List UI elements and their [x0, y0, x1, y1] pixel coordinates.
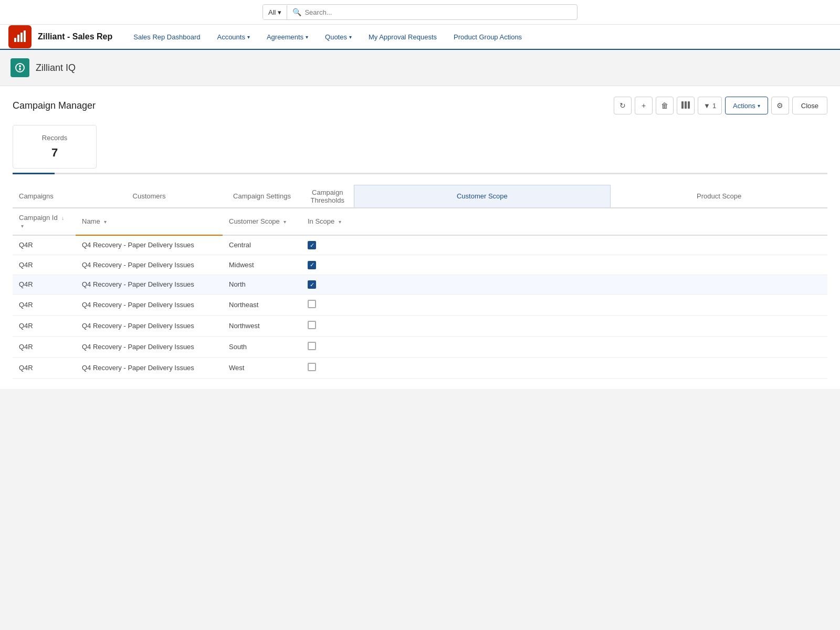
- cell-empty: [354, 255, 611, 275]
- cell-customer-scope: South: [223, 337, 301, 358]
- group-customer-scope[interactable]: Customer Scope: [354, 185, 611, 208]
- cell-in-scope[interactable]: ✓: [301, 255, 354, 275]
- chevron-down-icon: ▾: [306, 34, 308, 40]
- filter-button[interactable]: ▼ 1: [698, 97, 722, 114]
- checkbox-unchecked[interactable]: [308, 342, 316, 350]
- group-campaign-thresholds: Campaign Thresholds: [301, 185, 354, 208]
- delete-icon: 🗑: [661, 101, 668, 110]
- col-header-name[interactable]: Name ▾: [76, 208, 223, 235]
- cell-customer-scope: Northwest: [223, 316, 301, 337]
- chevron-down-icon: ▾: [758, 103, 760, 109]
- filter-dropdown-icon: ▾: [339, 219, 341, 225]
- toolbar-actions: ↻ + 🗑 ▼ 1: [614, 97, 827, 114]
- group-product-scope[interactable]: Product Scope: [611, 185, 827, 208]
- chevron-down-icon: ▾: [247, 34, 250, 40]
- svg-rect-6: [19, 68, 21, 70]
- nav-label-accounts: Accounts: [217, 33, 245, 41]
- campaign-manager-toolbar: Campaign Manager ↻ + 🗑: [13, 97, 827, 114]
- checkbox-checked[interactable]: ✓: [308, 280, 316, 289]
- cell-name: Q4 Recovery - Paper Delivery Issues: [76, 255, 223, 275]
- cell-campaign-id: Q4R: [13, 358, 76, 379]
- checkbox-unchecked[interactable]: [308, 300, 316, 308]
- cell-name: Q4 Recovery - Paper Delivery Issues: [76, 295, 223, 316]
- svg-rect-9: [688, 101, 690, 109]
- actions-label: Actions: [733, 102, 755, 110]
- col-header-customer-scope[interactable]: Customer Scope ▾: [223, 208, 301, 235]
- search-input[interactable]: [304, 8, 572, 16]
- nav-item-agreements[interactable]: Agreements ▾: [258, 24, 317, 49]
- nav-brand: Zilliant - Sales Rep: [38, 32, 112, 41]
- settings-icon: ⚙: [776, 101, 783, 110]
- in-scope-label: In Scope: [308, 217, 334, 225]
- app-logo[interactable]: [8, 25, 32, 48]
- cell-customer-scope: West: [223, 358, 301, 379]
- refresh-icon: ↻: [620, 101, 626, 110]
- svg-point-5: [19, 65, 21, 67]
- chevron-down-icon: ▾: [278, 8, 281, 16]
- nav-label-product-group: Product Group Actions: [454, 33, 522, 41]
- cell-empty: [611, 275, 827, 295]
- col-header-campaign-id[interactable]: Campaign Id ↓ ▾: [13, 208, 76, 235]
- cell-name: Q4 Recovery - Paper Delivery Issues: [76, 316, 223, 337]
- add-button[interactable]: +: [635, 97, 653, 114]
- cell-customer-scope: Northeast: [223, 295, 301, 316]
- table-row: Q4RQ4 Recovery - Paper Delivery IssuesCe…: [13, 235, 827, 255]
- checkbox-checked[interactable]: ✓: [308, 261, 316, 269]
- cell-empty: [354, 275, 611, 295]
- cell-campaign-id: Q4R: [13, 255, 76, 275]
- cell-empty: [354, 295, 611, 316]
- columns-icon: [681, 101, 690, 110]
- cell-in-scope[interactable]: [301, 295, 354, 316]
- checkbox-unchecked[interactable]: [308, 321, 316, 329]
- col-header-row: Campaign Id ↓ ▾ Name ▾ Customer Scope ▾ …: [13, 208, 827, 235]
- nav-label-agreements: Agreements: [267, 33, 303, 41]
- cell-in-scope[interactable]: ✓: [301, 235, 354, 255]
- nav-label-approval: My Approval Requests: [369, 33, 437, 41]
- nav-label-quotes: Quotes: [325, 33, 347, 41]
- group-header-row: Campaigns Customers Campaign Settings Ca…: [13, 185, 827, 208]
- group-campaigns: Campaigns: [13, 185, 76, 208]
- cell-name: Q4 Recovery - Paper Delivery Issues: [76, 358, 223, 379]
- table-row: Q4RQ4 Recovery - Paper Delivery IssuesWe…: [13, 358, 827, 379]
- cell-empty: [611, 337, 827, 358]
- nav-item-accounts[interactable]: Accounts ▾: [208, 24, 258, 49]
- checkbox-checked[interactable]: ✓: [308, 241, 316, 249]
- customer-scope-label: Customer Scope: [229, 217, 280, 225]
- delete-button[interactable]: 🗑: [656, 97, 674, 114]
- records-count: 7: [26, 146, 83, 160]
- cell-empty: [354, 358, 611, 379]
- nav-item-my-approval-requests[interactable]: My Approval Requests: [360, 24, 445, 49]
- cell-empty: [611, 235, 827, 255]
- cell-customer-scope: North: [223, 275, 301, 295]
- data-table: Campaigns Customers Campaign Settings Ca…: [13, 185, 827, 379]
- cell-empty: [611, 295, 827, 316]
- checkbox-unchecked[interactable]: [308, 363, 316, 371]
- col-header-in-scope[interactable]: In Scope ▾: [301, 208, 354, 235]
- group-campaign-settings: Campaign Settings: [223, 185, 301, 208]
- cell-name: Q4 Recovery - Paper Delivery Issues: [76, 275, 223, 295]
- cell-campaign-id: Q4R: [13, 337, 76, 358]
- columns-button[interactable]: [677, 97, 695, 114]
- cell-in-scope[interactable]: [301, 358, 354, 379]
- search-all-dropdown[interactable]: All ▾: [263, 5, 287, 19]
- close-button[interactable]: Close: [792, 97, 827, 114]
- navbar: Zilliant - Sales Rep Sales Rep Dashboard…: [0, 25, 840, 50]
- app-header: Zilliant IQ: [0, 50, 840, 86]
- cell-in-scope[interactable]: [301, 337, 354, 358]
- records-card: Records 7: [13, 125, 97, 169]
- cell-in-scope[interactable]: [301, 316, 354, 337]
- settings-button[interactable]: ⚙: [771, 97, 789, 114]
- table-area: Campaigns Customers Campaign Settings Ca…: [13, 185, 827, 379]
- nav-label-sales-rep: Sales Rep Dashboard: [133, 33, 200, 41]
- actions-button[interactable]: Actions ▾: [725, 97, 768, 114]
- svg-rect-3: [24, 30, 26, 42]
- cell-campaign-id: Q4R: [13, 316, 76, 337]
- svg-rect-0: [14, 38, 16, 42]
- cell-in-scope[interactable]: ✓: [301, 275, 354, 295]
- filter-dropdown-icon: ▾: [104, 219, 107, 225]
- refresh-button[interactable]: ↻: [614, 97, 632, 114]
- nav-item-sales-rep-dashboard[interactable]: Sales Rep Dashboard: [125, 24, 208, 49]
- nav-item-quotes[interactable]: Quotes ▾: [317, 24, 360, 49]
- cell-campaign-id: Q4R: [13, 295, 76, 316]
- nav-item-product-group-actions[interactable]: Product Group Actions: [445, 24, 530, 49]
